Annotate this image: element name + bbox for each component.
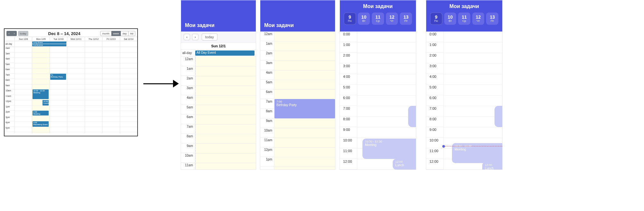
day-selector[interactable]: 9Пн xyxy=(430,13,442,25)
time-label: 12:00 xyxy=(426,159,443,170)
time-label: 10am xyxy=(181,153,195,163)
next-button[interactable]: › xyxy=(12,31,17,36)
view-list[interactable]: list xyxy=(129,31,135,36)
day-selector[interactable]: 10Вт xyxy=(358,13,370,25)
time-label: 2am xyxy=(260,51,274,60)
calendar-event[interactable]: 7:00Birthday Party xyxy=(274,99,335,118)
day-header: Fri 12/13 xyxy=(102,37,120,41)
mobile-day-calendar-sun: Мои задачи ‹ › today Sun 12/1 all-day Al… xyxy=(181,0,256,170)
time-label: 1am xyxy=(181,66,195,76)
day-header: Mon 12/9 xyxy=(32,37,50,41)
day-selector[interactable]: 10Вт xyxy=(444,13,457,25)
calendar-event[interactable]: 10:30 - 12:30Meeting xyxy=(362,139,416,159)
day-header: Sun 12/8 xyxy=(15,37,32,41)
time-label: 4pm xyxy=(5,121,14,127)
calendar-event[interactable]: 10:30 - 12:30Meeting xyxy=(33,89,48,99)
time-label: 10am xyxy=(5,89,14,95)
view-month[interactable]: month xyxy=(100,31,111,36)
calendar-title: Dec 8 – 14, 2024 xyxy=(48,31,81,36)
calendar-event-peek[interactable] xyxy=(495,106,502,127)
page-title: Мои задачи xyxy=(344,4,412,9)
day-selector[interactable]: 11Ср xyxy=(458,13,470,25)
day-selector[interactable]: 12Чт xyxy=(472,13,485,25)
time-label: 9am xyxy=(5,84,14,90)
time-label: 11am xyxy=(181,163,195,170)
day-header: Thu 12/12 xyxy=(85,37,102,41)
time-label: 8am xyxy=(181,134,195,143)
time-label: 4am xyxy=(260,70,274,80)
calendar-event[interactable]: 4:00Repeating Event xyxy=(33,121,48,127)
time-label: 2am xyxy=(181,76,195,86)
time-label: 12:00 xyxy=(340,159,357,170)
calendar-event-peek[interactable] xyxy=(408,106,416,127)
time-label: 7am xyxy=(5,74,14,79)
view-week[interactable]: week xyxy=(111,31,121,36)
time-label: 3am xyxy=(181,86,195,95)
time-label: 6am xyxy=(260,89,274,99)
allday-label: all-day xyxy=(181,51,195,55)
time-label: 4:00 xyxy=(426,74,443,85)
next-button[interactable]: › xyxy=(192,34,198,40)
prev-button[interactable]: ‹ xyxy=(6,31,12,36)
day-selector[interactable]: 13Пт xyxy=(400,13,412,25)
time-label: 0:00 xyxy=(340,32,357,42)
time-label: 2am xyxy=(5,47,14,52)
allday-label: all-day xyxy=(5,41,15,47)
time-label: 1:00 xyxy=(340,42,357,53)
day-header: Sat 12/14 xyxy=(120,37,137,41)
day-header: Sun 12/1 xyxy=(181,42,256,50)
time-label: 8:00 xyxy=(340,116,357,127)
time-label: 10am xyxy=(260,128,274,138)
day-selector[interactable]: 11Ср xyxy=(372,13,384,25)
time-label: 7am xyxy=(260,99,274,109)
prev-button[interactable]: ‹ xyxy=(184,34,190,40)
time-label: 8am xyxy=(260,109,274,118)
time-label: 2:00 xyxy=(340,53,357,63)
time-label: 3pm xyxy=(5,116,14,122)
time-label: 9am xyxy=(181,143,195,153)
time-label: 11:00 xyxy=(340,148,357,159)
mobile-day-calendar-styled-b: Мои задачи 9Пн10Вт11Ср12Чт13Пт 0:001:002… xyxy=(426,0,503,170)
time-label: 10:00 xyxy=(340,138,357,148)
time-label: 5pm xyxy=(5,127,14,132)
view-day[interactable]: day xyxy=(121,31,129,36)
time-label: 11:00 xyxy=(426,148,443,159)
allday-event[interactable]: All Day Event xyxy=(195,50,255,56)
time-label: 1pm xyxy=(260,157,274,167)
time-label: 4am xyxy=(181,95,195,105)
allday-row: all-day Long EventConference xyxy=(5,41,137,47)
time-label: 1pm xyxy=(5,106,14,111)
arrow-icon xyxy=(143,80,179,87)
time-label: 3am xyxy=(260,60,274,70)
today-button[interactable]: today xyxy=(202,33,217,41)
desktop-toolbar: ‹ › today Dec 8 – 14, 2024 month week da… xyxy=(5,29,137,37)
day-selector[interactable]: 13Пт xyxy=(486,13,498,25)
calendar-event[interactable]: 12:00Lunch xyxy=(482,162,502,170)
page-title: Мои задачи xyxy=(185,23,215,28)
today-button[interactable]: today xyxy=(18,31,28,36)
time-label: 5am xyxy=(181,105,195,115)
time-label: 12pm xyxy=(5,100,14,106)
time-label: 0:00 xyxy=(426,32,443,42)
time-label: 9am xyxy=(260,118,274,128)
time-label: 4:00 xyxy=(340,74,357,85)
mobile-day-calendar-styled-a: Мои задачи 9Пн10Вт11Ср12Чт13Пт 0:001:002… xyxy=(340,0,416,170)
time-label: 9:00 xyxy=(340,127,357,138)
calendar-event[interactable]: 12:00Lunch xyxy=(393,159,416,170)
time-label: 3:00 xyxy=(340,63,357,74)
day-header: Tue 12/10 xyxy=(50,37,67,41)
time-label: 5am xyxy=(260,80,274,89)
calendar-event[interactable]: 2:30Meeting xyxy=(33,111,48,115)
time-label: 7am xyxy=(181,124,195,134)
time-label: 2:00 xyxy=(426,53,443,63)
desktop-week-calendar: ‹ › today Dec 8 – 14, 2024 month week da… xyxy=(4,28,138,136)
day-selector[interactable]: 9Пн xyxy=(344,13,356,25)
time-label: 5:00 xyxy=(340,85,357,95)
time-label: 8am xyxy=(5,79,14,84)
calendar-event[interactable]: 12:00Lunch xyxy=(43,100,48,106)
day-selector[interactable]: 12Чт xyxy=(386,13,398,25)
day-header: Wed 12/11 xyxy=(67,37,85,41)
time-label: 4am xyxy=(5,58,14,63)
calendar-event[interactable]: 7aBirthday Party xyxy=(50,74,66,80)
time-label: 3:00 xyxy=(426,63,443,74)
